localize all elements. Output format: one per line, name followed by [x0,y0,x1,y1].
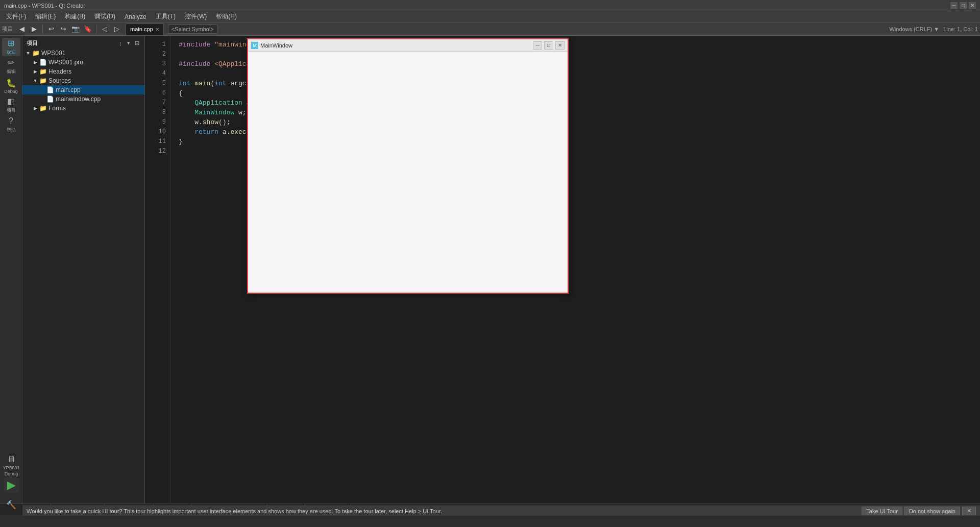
banner-close-button[interactable]: ✕ [962,507,976,515]
line-number-11: 11 [145,137,170,147]
welcome-label: 欢迎 [7,49,16,56]
tree-filter-btn[interactable]: ⊟ [133,40,140,47]
tree-item-wps001[interactable]: ▼ 📁 WPS001 [22,49,144,58]
sources-folder-icon: 📁 [39,77,47,84]
tree-arrow-sources: ▼ [32,78,39,83]
take-tour-button[interactable]: Take UI Tour [862,507,902,515]
nav-forward-button[interactable]: ▶ [29,23,40,35]
menu-analyze[interactable]: Analyze [120,12,151,21]
menu-edit[interactable]: 编辑(E) [31,11,60,22]
preview-app-icon: M [251,42,258,49]
tree-item-wps001pro[interactable]: ▶ 📄 WPS001.pro [22,58,144,67]
line-number-10: 10 [145,127,170,137]
do-not-show-button[interactable]: Do not show again [904,507,960,515]
toolbar: 项目 ◀ ▶ ↩ ↪ 📷 🔖 ◁ ▷ main.cpp ✕ <Select Sy… [0,22,980,36]
sidebar-icons: ⊞ 欢迎 ✏ 编辑 🐛 Debug ◧ 项目 ? 帮助 [0,36,22,504]
line-ending-selector[interactable]: Windows (CRLF) ▼ [889,26,939,32]
line-number-12: 12 [145,147,170,156]
sidebar-item-welcome[interactable]: ⊞ 欢迎 [2,38,20,56]
sidebar-item-edit[interactable]: ✏ 编辑 [2,57,20,76]
debug-icon: 🐛 [6,78,16,88]
build-config-button[interactable]: 🖥 YPS001 Debug [2,457,20,475]
separator-2 [96,25,96,34]
tree-arrow-forms: ▶ [32,106,39,111]
tree-label-maincpp: main.cpp [56,86,81,93]
line-number-1: 1 [145,40,170,50]
menu-tools[interactable]: 工具(T) [152,11,180,22]
tree-item-headers[interactable]: ▶ 📁 Headers [22,67,144,76]
next-button[interactable]: ▷ [111,23,122,35]
tree-header: 项目 ↕ ▾ ⊟ [22,38,144,49]
preview-content [248,52,568,293]
tree-label-headers: Headers [48,68,71,75]
sidebar-item-debug[interactable]: 🐛 Debug [2,77,20,95]
snapshot-button[interactable]: 📷 [70,23,81,35]
bookmark-button[interactable]: 🔖 [82,23,93,35]
headers-folder-icon: 📁 [39,68,47,75]
preview-window[interactable]: M MainWindow ─ □ ✕ [247,38,569,294]
menu-controls[interactable]: 控件(W) [181,11,211,22]
nav-back-button[interactable]: ◀ [16,23,28,35]
preview-maximize-btn[interactable]: □ [544,41,553,50]
line-number-6: 6 [145,88,170,98]
menu-file[interactable]: 文件(F) [2,11,30,22]
tab-close-icon[interactable]: ✕ [155,27,159,32]
tree-item-mainwindowcpp[interactable]: 📄 mainwindow.cpp [22,94,144,104]
sidebar-item-help[interactable]: ? 帮助 [2,115,20,134]
build-icon: 🔨 [6,500,16,510]
line-number-3: 3 [145,59,170,69]
preview-close-btn[interactable]: ✕ [555,41,565,50]
app-title: main.cpp - WPS001 - Qt Creator [4,3,85,9]
tree-sync-btn[interactable]: ↕ [117,40,124,47]
redo-button[interactable]: ↪ [58,23,69,35]
minimize-button[interactable]: ─ [950,2,958,9]
menu-debug[interactable]: 调试(D) [90,11,119,22]
run-button[interactable]: ▶ [2,476,20,494]
preview-minimize-btn[interactable]: ─ [533,41,542,50]
close-button[interactable]: ✕ [969,2,976,9]
tree-label-mainwindowcpp: mainwindow.cpp [56,95,101,103]
build-button[interactable]: 🔨 [2,495,20,514]
tree-item-maincpp[interactable]: 📄 main.cpp [22,85,144,94]
preview-title-left: M MainWindow [251,42,292,49]
title-bar: main.cpp - WPS001 - Qt Creator ─ □ ✕ [0,0,980,11]
window-controls: ─ □ ✕ [950,2,976,9]
main-layout: ⊞ 欢迎 ✏ 编辑 🐛 Debug ◧ 项目 ? 帮助 项目 ↕ ▾ ⊟ [0,36,980,504]
tree-item-sources[interactable]: ▼ 📁 Sources [22,76,144,85]
project-folder-icon: 📁 [32,50,40,57]
maximize-button[interactable]: □ [960,2,967,9]
pro-file-icon: 📄 [39,59,47,66]
tree-arrow-wps001: ▼ [24,51,32,56]
cursor-position: Line: 1, Col: 1 [943,26,978,32]
forms-folder-icon: 📁 [39,105,47,112]
sidebar-item-projects[interactable]: ◧ 项目 [2,96,20,114]
prev-button[interactable]: ◁ [99,23,110,35]
menu-bar: 文件(F) 编辑(E) 构建(B) 调试(D) Analyze 工具(T) 控件… [0,11,980,22]
undo-button[interactable]: ↩ [45,23,57,35]
tree-item-forms[interactable]: ▶ 📁 Forms [22,104,144,113]
debug-label: Debug [4,89,18,94]
menu-build[interactable]: 构建(B) [61,11,89,22]
separator-1 [42,25,43,34]
preview-title-text: MainWindow [260,42,292,49]
edit-icon: ✏ [8,58,14,67]
build-config-icon: 🖥 [7,455,15,464]
tooltip-btns: Take UI Tour Do not show again ✕ [862,507,976,515]
tab-bar: main.cpp ✕ <Select Symbol> [126,23,888,35]
tree-label-wps001: WPS001 [41,50,65,57]
file-tree: 项目 ↕ ▾ ⊟ ▼ 📁 WPS001 ▶ 📄 WPS001.pro ▶ 📁 [22,36,145,504]
menu-help[interactable]: 帮助(H) [212,11,241,22]
tree-collapse-btn[interactable]: ▾ [125,40,132,47]
tree-label-sources: Sources [48,77,71,84]
welcome-icon: ⊞ [8,38,14,48]
build-config-label: YPS001 [3,465,19,470]
tree-label-forms: Forms [48,105,66,112]
symbol-selector[interactable]: <Select Symbol> [168,25,217,34]
help-icon: ? [9,116,13,126]
run-icon: ▶ [4,477,19,493]
line-number-9: 9 [145,117,170,127]
tab-main-cpp[interactable]: main.cpp ✕ [126,23,164,35]
editor-area[interactable]: 1 2 3 4 5 6 7 8 9 10 11 12 #include "mai… [145,36,980,504]
tree-header-label: 项目 [27,39,38,47]
project-label: 项目 [2,25,13,33]
